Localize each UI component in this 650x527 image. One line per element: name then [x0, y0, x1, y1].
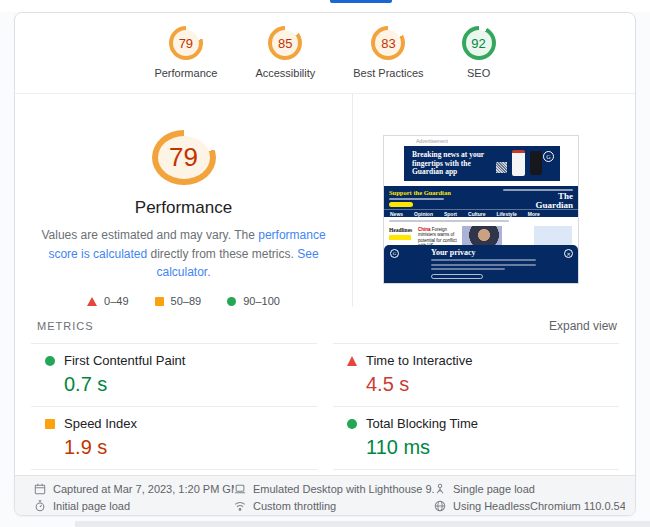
- metric-value: 1.9 s: [45, 436, 317, 459]
- metric-name: First Contentful Paint: [64, 353, 185, 368]
- legend-fail-range: 0–49: [87, 295, 128, 307]
- chromium-version-text: Using HeadlessChromium 110.0.5481.177 wi…: [453, 500, 625, 512]
- guardian-subnav: [384, 217, 578, 225]
- guardian-app-ad-banner: Breaking news at your fingertips with th…: [404, 146, 560, 181]
- guardian-nav: News Opinion Sport Culture Lifestyle Mor…: [384, 209, 578, 217]
- summary-gauge-performance[interactable]: 79 Performance: [154, 26, 217, 93]
- page-top-strip: [0, 0, 650, 12]
- performance-description: Values are estimated and may vary. The p…: [33, 226, 335, 282]
- metric-speed-index: Speed Index 1.9 s: [31, 406, 317, 469]
- best-practices-score: 83: [381, 36, 395, 51]
- score-legend: 0–49 50–89 90–100: [87, 295, 280, 307]
- best-practices-label: Best Practices: [353, 67, 423, 79]
- guardian-roundel-icon: G: [390, 249, 399, 258]
- guardian-header: Support the Guardian The Guardian: [384, 186, 578, 209]
- text-placeholder-bar: [389, 198, 444, 200]
- guardian-masthead: The Guardian: [535, 192, 573, 209]
- story-kicker: China: [418, 227, 431, 232]
- seo-gauge-icon: 92: [462, 26, 496, 60]
- initial-page-load-item: Initial page load: [34, 500, 234, 512]
- guardian-headlines-section: Headlines China Foreign ministers warns …: [384, 225, 578, 246]
- report-metadata-footer: Captured at Mar 7, 2023, 1:20 PM GMT+2 E…: [15, 475, 635, 515]
- globe-icon: [434, 500, 446, 512]
- category-summary-row: 79 Performance 85 Accessibility 83 Best …: [15, 13, 635, 94]
- privacy-text-bars: [431, 259, 536, 273]
- metric-first-contentful-paint: First Contentful Paint 0.7 s: [31, 343, 317, 406]
- seo-label: SEO: [467, 67, 490, 79]
- metric-total-blocking-time: Total Blocking Time 110 ms: [333, 406, 619, 469]
- performance-score: 79: [179, 36, 193, 51]
- captured-at-item: Captured at Mar 7, 2023, 1:20 PM GMT+2: [34, 483, 234, 495]
- metric-value: 4.5 s: [347, 373, 619, 396]
- performance-main-score: 79: [169, 142, 198, 173]
- emulation-item[interactable]: Emulated Desktop with Lighthouse 9.6.6: [234, 483, 434, 495]
- performance-section: 79 Performance Values are estimated and …: [15, 94, 635, 307]
- best-practices-gauge-icon: 83: [371, 26, 405, 60]
- laptop-icon: [234, 483, 246, 495]
- qr-code: [496, 162, 507, 173]
- metric-time-to-interactive: Time to Interactive 4.5 s: [333, 343, 619, 406]
- ad-headline: Breaking news at your fingertips with th…: [412, 151, 494, 177]
- average-range-label: 50–89: [171, 295, 202, 307]
- privacy-consent-banner: G Your privacy ✕: [384, 245, 578, 284]
- summary-gauge-best-practices[interactable]: 83 Best Practices: [353, 26, 423, 93]
- metric-value: 0.7 s: [45, 373, 317, 396]
- average-square-icon: [45, 419, 55, 429]
- calendar-icon: [34, 483, 46, 495]
- fail-triangle-icon: [347, 356, 357, 366]
- legend-average-range: 50–89: [155, 295, 202, 307]
- lead-story: China Foreign ministers warns of potenti…: [418, 227, 460, 246]
- masthead-guardian: Guardian: [535, 201, 573, 210]
- page-load-mode-item[interactable]: Single page load: [434, 483, 625, 495]
- story-photo: [462, 226, 502, 246]
- expand-view-button[interactable]: Expand view: [549, 319, 617, 333]
- performance-section-title: Performance: [135, 198, 232, 218]
- accessibility-gauge-icon: 85: [268, 26, 302, 60]
- privacy-accept-button: [431, 274, 483, 279]
- seo-score: 92: [471, 36, 485, 51]
- metric-name: Time to Interactive: [366, 353, 472, 368]
- metric-name: Speed Index: [64, 416, 137, 431]
- pass-range-label: 90–100: [243, 295, 280, 307]
- summary-gauge-seo[interactable]: 92 SEO: [462, 26, 496, 93]
- metrics-title: METRICS: [37, 320, 94, 332]
- throttling-text: Custom throttling: [253, 500, 336, 512]
- lighthouse-report-card: 79 Performance 85 Accessibility 83 Best …: [14, 12, 636, 516]
- date-highlight: [389, 235, 411, 240]
- description-text: Values are estimated and may vary. The: [41, 228, 258, 242]
- accessibility-score: 85: [278, 36, 292, 51]
- fail-triangle-icon: [87, 297, 97, 306]
- accessibility-label: Accessibility: [255, 67, 315, 79]
- pass-circle-icon: [227, 297, 236, 306]
- summary-gauge-accessibility[interactable]: 85 Accessibility: [255, 26, 315, 93]
- average-square-icon: [155, 297, 164, 306]
- captured-at-text: Captured at Mar 7, 2023, 1:20 PM GMT+2: [53, 483, 234, 495]
- phone-mockup-dark: [530, 151, 542, 175]
- page-screenshot-thumbnail[interactable]: Advertisement Breaking news at your fing…: [383, 135, 579, 284]
- support-us-button: [389, 202, 413, 207]
- stopwatch-icon: [34, 500, 46, 512]
- page-load-mode-text: Single page load: [453, 483, 535, 495]
- navigation-icon: [434, 483, 446, 495]
- legend-pass-range: 90–100: [227, 295, 280, 307]
- throttling-item[interactable]: Custom throttling: [234, 500, 434, 512]
- metrics-header: METRICS Expand view: [31, 319, 619, 343]
- performance-main-gauge[interactable]: 79: [152, 130, 216, 185]
- thumb-advertisement-label: Advertisement: [384, 136, 578, 146]
- pass-circle-icon: [45, 356, 55, 366]
- initial-page-load-text: Initial page load: [53, 500, 130, 512]
- performance-score-column: 79 Performance Values are estimated and …: [15, 94, 353, 307]
- phone-mockup-light: [512, 150, 525, 176]
- guardian-roundel-icon: G: [543, 151, 554, 162]
- metric-name: Total Blocking Time: [366, 416, 478, 431]
- pass-circle-icon: [347, 419, 357, 429]
- metric-value: 110 ms: [347, 436, 619, 459]
- press-freedom-card: [534, 226, 572, 245]
- subnav-links-bar: [389, 220, 509, 222]
- privacy-title: Your privacy: [431, 248, 476, 257]
- chromium-version-item[interactable]: Using HeadlessChromium 110.0.5481.177 wi…: [434, 500, 625, 512]
- throttle-icon: [234, 500, 246, 512]
- active-tab-indicator[interactable]: [330, 0, 392, 3]
- support-guardian-text: Support the Guardian: [389, 189, 451, 196]
- fail-range-label: 0–49: [104, 295, 128, 307]
